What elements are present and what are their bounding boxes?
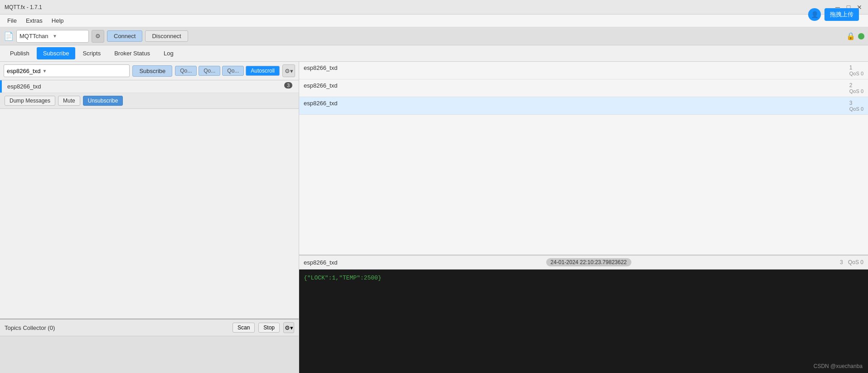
detail-topic-name: esp8266_txd — [304, 259, 337, 266]
upload-user-icon: 👤 — [808, 8, 821, 21]
tab-scripts[interactable]: Scripts — [76, 47, 107, 59]
subscribe-settings-button[interactable]: ⚙▾ — [282, 64, 295, 77]
msg-qos-2: QoS 0 — [849, 88, 863, 94]
topics-collector-header: Topics Collector (0) Scan Stop ⚙▾ — [0, 319, 299, 336]
message-list: esp8266_txd 1 QoS 0 esp8266_txd 2 QoS 0 … — [299, 62, 868, 255]
sub-message-count-badge: 3 — [284, 82, 292, 88]
msg-topic-1: esp8266_txd — [304, 64, 337, 71]
message-detail: esp8266_txd 24-01-2024 22:10:23.79823622… — [299, 255, 868, 373]
detail-timestamp: 24-01-2024 22:10:23.79823622 — [546, 258, 631, 266]
qos-buttons: Qo... Qo... Qo... Autoscroll — [175, 66, 280, 76]
upload-button[interactable]: 拖拽上传 — [824, 8, 859, 21]
qos0-button[interactable]: Qo... — [175, 66, 197, 76]
menu-help[interactable]: Help — [48, 16, 68, 25]
connection-dropdown[interactable]: MQTTchan ▼ — [16, 30, 89, 43]
msg-num-2: 2 — [849, 82, 863, 88]
main-content: esp8266_txd ▼ Subscribe Qo... Qo... Qo..… — [0, 62, 868, 373]
topic-input-value: esp8266_txd — [7, 68, 40, 74]
settings-gear-icon: ⚙▾ — [285, 68, 293, 74]
unsubscribe-button[interactable]: Unsubscribe — [83, 96, 123, 106]
msg-meta-3: 3 QoS 0 — [849, 100, 863, 112]
msg-qos-1: QoS 0 — [849, 71, 863, 76]
menu-extras[interactable]: Extras — [22, 16, 46, 25]
message-payload-text: {"LOCK":1,"TEMP":2500} — [304, 275, 382, 281]
tab-bar: Publish Subscribe Scripts Broker Status … — [0, 45, 868, 62]
detail-header: esp8266_txd 24-01-2024 22:10:23.79823622… — [299, 255, 868, 270]
title-bar: MQTT.fx - 1.7.1 ─ □ ✕ — [0, 0, 868, 15]
msg-meta-2: 2 QoS 0 — [849, 82, 863, 94]
msg-qos-3: QoS 0 — [849, 106, 863, 112]
user-icon-glyph: 👤 — [811, 11, 819, 18]
collector-settings-button[interactable]: ⚙▾ — [283, 322, 294, 333]
qos2-button[interactable]: Qo... — [222, 66, 244, 76]
message-content-area: {"LOCK":1,"TEMP":2500} — [299, 270, 868, 373]
qos1-button[interactable]: Qo... — [199, 66, 220, 76]
autoscroll-button[interactable]: Autoscroll — [246, 66, 280, 76]
sub-item-color-bar — [0, 80, 2, 93]
subscribe-button[interactable]: Subscribe — [132, 65, 172, 77]
connection-name: MQTTchan — [19, 33, 53, 39]
connection-settings-button[interactable]: ⚙ — [92, 30, 104, 43]
topics-collector-content — [0, 336, 299, 373]
gear-icon: ⚙ — [95, 33, 101, 39]
msg-num-3: 3 — [849, 100, 863, 106]
upload-bar: 👤 拖拽上传 — [808, 8, 859, 21]
stop-button[interactable]: Stop — [258, 323, 280, 333]
dropdown-arrow-icon: ▼ — [53, 34, 86, 39]
detail-qos: QoS 0 — [848, 259, 863, 265]
subscriptions-list: esp8266_txd 3 Dump Messages Mute Unsubsc… — [0, 80, 299, 319]
subscribe-bar: esp8266_txd ▼ Subscribe Qo... Qo... Qo..… — [0, 62, 299, 80]
detail-message-number: 3 — [840, 259, 843, 265]
menu-file[interactable]: File — [4, 16, 20, 25]
sub-topic-name: esp8266_txd — [7, 83, 41, 90]
scan-button[interactable]: Scan — [233, 323, 255, 333]
connection-bar: 📄 MQTTchan ▼ ⚙ Connect Disconnect 🔒 — [0, 27, 868, 45]
message-row-3[interactable]: esp8266_txd 3 QoS 0 — [299, 97, 868, 115]
tab-log[interactable]: Log — [157, 47, 180, 59]
message-row-2[interactable]: esp8266_txd 2 QoS 0 — [299, 79, 868, 97]
msg-topic-2: esp8266_txd — [304, 82, 337, 89]
connection-status-indicator — [858, 33, 864, 39]
tab-subscribe[interactable]: Subscribe — [37, 47, 76, 59]
topics-collector-title: Topics Collector (0) — [5, 324, 229, 331]
msg-meta-1: 1 QoS 0 — [849, 64, 863, 76]
app-title: MQTT.fx - 1.7.1 — [5, 4, 42, 10]
subscription-item-0: esp8266_txd 3 — [0, 80, 299, 93]
detail-num-qos: 3 QoS 0 — [840, 259, 863, 265]
tab-publish[interactable]: Publish — [4, 47, 36, 59]
detail-metadata: 24-01-2024 22:10:23.79823622 — [546, 258, 631, 266]
connect-button[interactable]: Connect — [107, 30, 142, 42]
message-row-1[interactable]: esp8266_txd 1 QoS 0 — [299, 62, 868, 79]
mute-button[interactable]: Mute — [58, 96, 80, 106]
tab-broker-status[interactable]: Broker Status — [108, 47, 156, 59]
topics-collector: Topics Collector (0) Scan Stop ⚙▾ — [0, 319, 299, 373]
left-panel: esp8266_txd ▼ Subscribe Qo... Qo... Qo..… — [0, 62, 299, 373]
dump-messages-button[interactable]: Dump Messages — [5, 96, 55, 106]
menu-bar: File Extras Help 👤 拖拽上传 — [0, 15, 868, 27]
subscription-actions: Dump Messages Mute Unsubscribe — [0, 93, 299, 109]
collector-gear-icon: ⚙▾ — [285, 324, 293, 331]
topic-dropdown-arrow-icon: ▼ — [42, 69, 47, 74]
disconnect-button[interactable]: Disconnect — [145, 30, 188, 42]
lock-icon: 🔒 — [846, 32, 855, 40]
right-panel: esp8266_txd 1 QoS 0 esp8266_txd 2 QoS 0 … — [299, 62, 868, 373]
msg-topic-3: esp8266_txd — [304, 100, 337, 107]
document-icon: 📄 — [4, 31, 14, 41]
csdn-watermark: CSDN @xuechanba — [814, 363, 863, 369]
topic-input-field[interactable]: esp8266_txd ▼ — [4, 64, 130, 77]
msg-num-1: 1 — [849, 64, 863, 71]
